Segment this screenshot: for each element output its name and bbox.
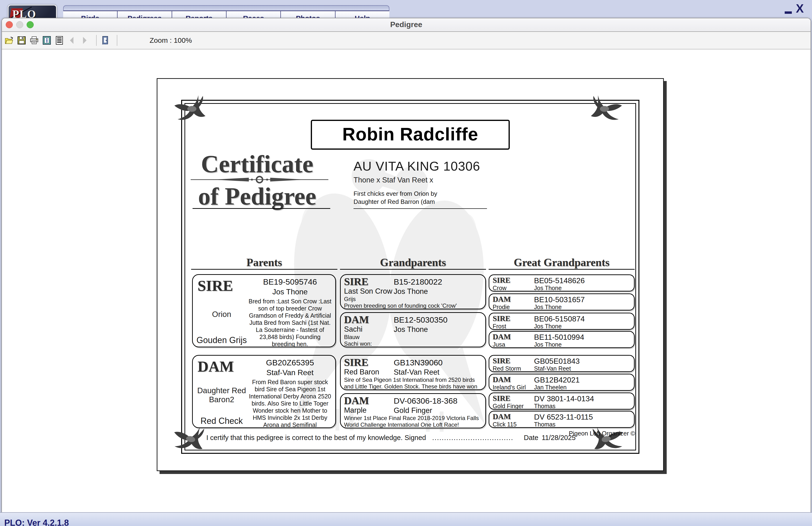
forward-arrow-icon[interactable] [80,35,89,45]
great-grandparent-box: SIRE GB05E01843 Red Storm Staf-Van Reet [489,355,635,372]
bird-notes: Bred from :Last Son Crow :Last son of to… [248,298,332,347]
status-bar: PLO: Ver 4.2.1.8 [0,512,812,526]
bird-notes: Proven breeding son of founding cock 'Cr… [344,302,482,309]
bird-name: Red Baron [344,368,394,376]
bird-name: Jusa [493,341,534,347]
screen: PLO Birds Pedigrees Reports Races Photos… [0,0,812,526]
great-grandparent-box: DAM BE10-5031657 Prodie Jos Thone [489,294,635,311]
bird-name: Prodie [493,304,534,310]
band-number: BE06-5150874 [534,314,630,323]
certify-text: I certify that this pedigree is correct … [206,434,426,442]
band-number: DV 6523-11-0115 [534,412,630,421]
tab-strip-header [63,5,389,11]
bird-color: Grijs [344,296,482,302]
bird-name: Daughter Red Baron2 [195,386,248,404]
breeder-name: Gold Finger [394,406,482,415]
date-label: Date [524,434,538,442]
breeder-name: Jos Thone [394,287,482,296]
bird-name: Crow [493,285,534,291]
band-number: BE19-5095746 [248,277,332,286]
close-icon[interactable]: X [796,1,804,16]
bird-band-number: AU VITA KING 10306 [353,159,480,173]
band-number: BE12-5030350 [394,314,482,325]
band-number: BE11-5010994 [534,332,630,341]
bird-color: Gouden Grijs [197,335,247,345]
report-icon[interactable] [55,35,64,45]
pedigree-window: Pedigree [1,18,811,513]
version-label: PLO: Ver 4.2.1.8 [4,518,69,526]
bird-name: Ireland's Girl [493,384,534,390]
band-number: GB13N39060 [394,357,482,368]
breeder-name: Thomas [534,421,630,427]
bird-name: Sachi [344,325,394,334]
role-label: DAM [493,412,534,421]
bird-notes: Sachi won: [344,340,482,347]
bird-info-underline [353,208,487,209]
breeder-name: Jos Thone [534,285,630,291]
toolbar: Zoom : 100% [2,32,811,49]
bird-name: Frost [493,323,534,329]
column-header-grandparents: Grandparents [340,256,486,270]
signature-line: .................................. [432,434,513,442]
breeder-name: Jos Thone [534,304,630,310]
bird-name: Last Son Crow [344,287,394,296]
role-label: SIRE [493,394,534,403]
role-label: DAM [344,395,394,406]
certificate-page: Robin Radcliffe Certificate of Pedigree … [157,78,664,471]
grandparent-sire-box: SIRE B15-2180022 Last Son Crow Jos Thone… [340,274,486,309]
toolbar-separator [117,35,117,46]
window-title: Pedigree [2,20,811,29]
owner-name-box: Robin Radcliffe [311,120,510,150]
corner-bird-icon [588,95,623,126]
breeder-name: Staf-Van Reet [534,365,630,372]
great-grandparent-box: DAM GB12B42021 Ireland's Girl Jan Theele… [489,374,635,391]
role-label: SIRE [344,276,394,287]
grandparent-dam-box: DAM DV-06306-18-368 Marple Gold Finger W… [340,393,486,428]
role-label: DAM [493,375,534,384]
breeder-name: Jos Thone [534,341,630,347]
grandparent-dam-box: DAM BE12-5030350 Sachi Jos Thone Blauw S… [340,312,486,347]
role-label: DAM [344,314,394,325]
band-number: GB20Z65395 [248,358,332,367]
minimize-icon[interactable] [785,11,792,14]
role-label: SIRE [344,357,394,368]
breeder-name: Jan Theelen [534,384,630,390]
zoom-level-label: Zoom : 100% [149,36,192,44]
open-folder-icon[interactable] [4,35,14,45]
breeder-name: Jos Thone [394,325,482,334]
bird-note-line1: First chicks ever from Orion by [353,190,437,197]
band-number: GB12B42021 [534,375,630,384]
role-label: SIRE [493,357,534,365]
corner-bird-icon [173,95,209,126]
exit-door-icon[interactable] [100,35,110,45]
bird-color: Red Check [200,416,243,426]
certificate-title-line2: of Pedigree [184,184,331,209]
pedigree-titlebar: Pedigree [2,18,811,32]
parent-sire-box: SIRE Orion Gouden Grijs BE19-5095746 Jos… [192,274,336,347]
bird-name: Click 115 [493,421,534,427]
band-number: B15-2180022 [394,276,482,287]
certificate-title-line1: Certificate [184,152,331,176]
print-icon[interactable] [29,35,39,45]
pedigree-content-area: Robin Radcliffe Certificate of Pedigree … [2,49,811,513]
role-label: DAM [493,295,534,304]
great-grandparent-box: DAM BE11-5010994 Jusa Jos Thone [489,331,635,348]
band-number: BE10-5031657 [534,295,630,304]
breeder-name: Jos Thone [534,323,630,329]
band-number: GB05E01843 [534,357,630,365]
bird-color: Blauw [344,334,482,340]
bird-name: Marple [344,406,394,415]
breeder-name: Staf-Van Reet [394,368,482,376]
bird-name: Orion [212,310,231,319]
date-value: 11/28/2025 [541,434,576,442]
save-floppy-icon[interactable] [17,35,26,45]
great-grandparent-box: SIRE BE05-5148626 Crow Jos Thone [489,274,635,292]
bird-notes: From Red Baron super stock bird Sire of … [248,379,332,428]
role-label: DAM [493,332,534,341]
band-number: DV 3801-14-0134 [534,394,630,403]
pedigree-preview-icon[interactable] [42,35,52,45]
parent-dam-box: DAM Daughter Red Baron2 Red Check GB20Z6… [192,355,336,428]
column-header-parents: Parents [191,256,337,270]
back-arrow-icon[interactable] [67,35,77,45]
certification-line: I certify that this pedigree is correct … [206,434,576,442]
